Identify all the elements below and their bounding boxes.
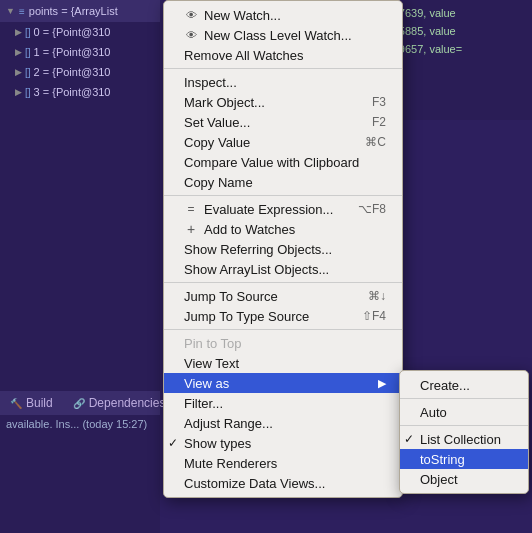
variables-panel: ▼ ≡ points = {ArrayList ▶ [] 0 = {Point@… [0, 0, 160, 533]
pin-to-top-item[interactable]: Pin to Top [164, 333, 402, 353]
dependencies-tab[interactable]: 🔗 Dependencies [63, 391, 176, 415]
class-watch-icon: 👁 [184, 28, 198, 42]
evaluate-expression-shortcut: ⌥F8 [358, 202, 386, 216]
view-text-label: View Text [184, 356, 239, 371]
evaluate-expression-item[interactable]: = Evaluate Expression... ⌥F8 [164, 199, 402, 219]
adjust-range-item[interactable]: Adjust Range... [164, 413, 402, 433]
jump-to-source-shortcut: ⌘↓ [368, 289, 386, 303]
new-watch-label: New Watch... [204, 8, 281, 23]
var-item-0[interactable]: ▶ [] 0 = {Point@310 [0, 22, 160, 42]
show-arraylist-label: Show ArrayList Objects... [184, 262, 329, 277]
evaluate-expression-label: Evaluate Expression... [204, 202, 333, 217]
submenu-separator [400, 398, 528, 399]
dependencies-icon: 🔗 [73, 398, 85, 409]
submenu-auto-item[interactable]: Auto [400, 402, 528, 422]
new-watch-item[interactable]: 👁 New Watch... [164, 5, 402, 25]
submenu-create-item[interactable]: Create... [400, 375, 528, 395]
submenu-list-collection-item[interactable]: ✓ List Collection [400, 429, 528, 449]
compare-value-label: Compare Value with Clipboard [184, 155, 359, 170]
icon-1: [] [25, 47, 31, 58]
jump-to-type-source-item[interactable]: Jump To Type Source ⇧F4 [164, 306, 402, 326]
build-tab[interactable]: 🔨 Build [0, 391, 63, 415]
bottom-section: 🔨 Build 🔗 Dependencies available. Ins...… [0, 391, 160, 433]
new-class-watch-item[interactable]: 👁 New Class Level Watch... [164, 25, 402, 45]
show-types-item[interactable]: ✓ Show types [164, 433, 402, 453]
status-text: available. Ins... (today 15:27) [6, 418, 147, 430]
separator-4 [164, 329, 402, 330]
var-item-3[interactable]: ▶ [] 3 = {Point@310 [0, 82, 160, 102]
mute-renderers-item[interactable]: Mute Renderers [164, 453, 402, 473]
submenu-object-item[interactable]: Object [400, 469, 528, 489]
add-to-watches-item[interactable]: + Add to Watches [164, 219, 402, 239]
arrow-1: ▶ [15, 47, 22, 57]
array-icon: ≡ [19, 6, 25, 17]
show-referring-item[interactable]: Show Referring Objects... [164, 239, 402, 259]
submenu-tostring-label: toString [420, 452, 465, 467]
copy-value-shortcut: ⌘C [365, 135, 386, 149]
submenu-auto-label: Auto [420, 405, 447, 420]
separator-3 [164, 282, 402, 283]
view-as-item[interactable]: View as ▶ [164, 373, 402, 393]
evaluate-icon: = [184, 202, 198, 216]
variables-header: ▼ ≡ points = {ArrayList [0, 0, 160, 22]
add-to-watches-label: Add to Watches [204, 222, 295, 237]
copy-value-item[interactable]: Copy Value ⌘C [164, 132, 402, 152]
icon-2: [] [25, 67, 31, 78]
remove-all-watches-item[interactable]: Remove All Watches [164, 45, 402, 65]
jump-to-type-source-label: Jump To Type Source [184, 309, 309, 324]
icon-0: [] [25, 27, 31, 38]
set-value-item[interactable]: Set Value... F2 [164, 112, 402, 132]
icon-3: [] [25, 87, 31, 98]
inspect-item[interactable]: Inspect... [164, 72, 402, 92]
set-value-shortcut: F2 [372, 115, 386, 129]
remove-all-watches-label: Remove All Watches [184, 48, 303, 63]
view-text-item[interactable]: View Text [164, 353, 402, 373]
inspect-label: Inspect... [184, 75, 237, 90]
submenu-list-collection-label: List Collection [420, 432, 501, 447]
arrow-0: ▶ [15, 27, 22, 37]
customize-data-views-label: Customize Data Views... [184, 476, 325, 491]
build-tab-label: Build [26, 396, 53, 410]
filter-item[interactable]: Filter... [164, 393, 402, 413]
compare-value-item[interactable]: Compare Value with Clipboard [164, 152, 402, 172]
var-item-2[interactable]: ▶ [] 2 = {Point@310 [0, 62, 160, 82]
new-class-watch-label: New Class Level Watch... [204, 28, 352, 43]
points-var-label: points = {ArrayList [29, 5, 118, 17]
arrow-3: ▶ [15, 87, 22, 97]
copy-name-label: Copy Name [184, 175, 253, 190]
show-arraylist-item[interactable]: Show ArrayList Objects... [164, 259, 402, 279]
tab-row: 🔨 Build 🔗 Dependencies [0, 391, 160, 415]
dependencies-tab-label: Dependencies [89, 396, 166, 410]
separator-1 [164, 68, 402, 69]
collapse-arrow: ▼ [6, 6, 15, 16]
submenu-tostring-item[interactable]: toString [400, 449, 528, 469]
var-label-1: 1 = {Point@310 [34, 46, 111, 58]
context-menu: 👁 New Watch... 👁 New Class Level Watch..… [163, 0, 403, 498]
mark-object-item[interactable]: Mark Object... F3 [164, 92, 402, 112]
submenu-separator-2 [400, 425, 528, 426]
build-icon: 🔨 [10, 398, 22, 409]
copy-value-label: Copy Value [184, 135, 250, 150]
var-item-1[interactable]: ▶ [] 1 = {Point@310 [0, 42, 160, 62]
mark-object-shortcut: F3 [372, 95, 386, 109]
submenu-create-label: Create... [420, 378, 470, 393]
submenu-arrow-icon: ▶ [378, 377, 386, 390]
view-as-label: View as [184, 376, 229, 391]
arrow-2: ▶ [15, 67, 22, 77]
mute-renderers-label: Mute Renderers [184, 456, 277, 471]
set-value-label: Set Value... [184, 115, 250, 130]
mark-object-label: Mark Object... [184, 95, 265, 110]
show-types-checkmark: ✓ [168, 436, 178, 450]
list-collection-checkmark: ✓ [404, 432, 414, 446]
copy-name-item[interactable]: Copy Name [164, 172, 402, 192]
var-label-0: 0 = {Point@310 [34, 26, 111, 38]
view-as-submenu: Create... Auto ✓ List Collection toStrin… [399, 370, 529, 494]
watch-icon: 👁 [184, 8, 198, 22]
jump-to-source-item[interactable]: Jump To Source ⌘↓ [164, 286, 402, 306]
show-types-label: Show types [184, 436, 251, 451]
customize-data-views-item[interactable]: Customize Data Views... [164, 473, 402, 493]
var-label-3: 3 = {Point@310 [34, 86, 111, 98]
status-bar: available. Ins... (today 15:27) [0, 415, 160, 433]
var-label-2: 2 = {Point@310 [34, 66, 111, 78]
jump-to-source-label: Jump To Source [184, 289, 278, 304]
